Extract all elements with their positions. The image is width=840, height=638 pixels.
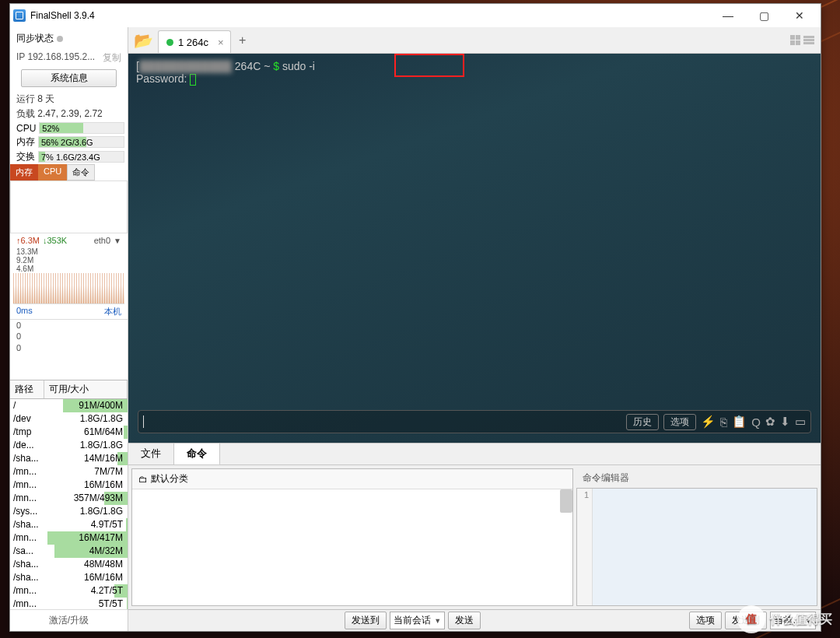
folder-icon: 🗀 (138, 474, 148, 485)
uptime: 运行 8 天 (10, 92, 128, 107)
disk-row[interactable]: /sys...1.8G/1.8G (10, 505, 128, 518)
disk-size: 14M/16M (44, 452, 128, 465)
copy-button[interactable]: 复制 (103, 51, 121, 65)
session-tab[interactable]: 1 264c × (158, 30, 231, 53)
disk-path: /sha... (10, 572, 44, 583)
ping-row: 0ms 本机 (10, 304, 128, 320)
bottom-pane: 🗀 默认分类 命令编辑器 1 (128, 464, 821, 609)
ping-host[interactable]: 本机 (104, 306, 121, 317)
editor-body[interactable] (593, 489, 817, 605)
history-button[interactable]: 历史 (626, 414, 659, 430)
dropdown-icon[interactable]: ▼ (114, 237, 121, 245)
disk-row[interactable]: /mn...7M/7M (10, 465, 128, 478)
mem-meter: 内存 56%2G/3.6G (10, 135, 128, 149)
minimize-button[interactable]: — (710, 4, 746, 27)
disk-size: 1.8G/1.8G (44, 439, 128, 452)
disk-row[interactable]: /de...1.8G/1.8G (10, 439, 128, 452)
disk-path: /mn... (10, 466, 44, 477)
send-to-button-1[interactable]: 发送到 (345, 612, 387, 629)
swap-meter: 交换 7%1.6G/23.4G (10, 149, 128, 164)
copy-icon[interactable]: ⎘ (720, 415, 727, 429)
disk-row[interactable]: /dev1.8G/1.8G (10, 412, 128, 426)
highlight-box (394, 54, 464, 77)
grid-view-icon[interactable] (790, 35, 800, 45)
command-editor[interactable]: 1 (576, 488, 817, 606)
tab-command[interactable]: 命令 (174, 443, 220, 465)
disk-col-size[interactable]: 可用/大小 (44, 380, 128, 398)
folder-icon[interactable]: 📂 (128, 27, 158, 53)
session-select-1[interactable]: 当前会话▼ (390, 612, 445, 629)
disk-row[interactable]: /sha...14M/16M (10, 452, 128, 465)
disk-size: 16M/417M (44, 531, 128, 545)
net-iface[interactable]: eth0 (94, 236, 110, 245)
monitor-graph (10, 181, 128, 233)
disk-size: 5T/5T (44, 598, 128, 609)
command-list-pane: 🗀 默认分类 (131, 468, 573, 606)
system-info-button[interactable]: 系统信息 (21, 69, 117, 87)
gear-icon[interactable]: ✿ (765, 415, 775, 429)
titlebar: FinalShell 3.9.4 — ▢ ✕ (10, 4, 821, 27)
terminal-input-bar: 历史 选项 ⚡ ⎘ 📋 Q ✿ ⬇ ▭ (138, 410, 811, 433)
disk-row[interactable]: /sa...4M/32M (10, 545, 128, 558)
app-window: FinalShell 3.9.4 — ▢ ✕ 同步状态 IP 192.168.1… (9, 3, 821, 632)
disk-path: /sa... (10, 545, 44, 556)
disk-row[interactable]: /tmp61M/64M (10, 426, 128, 439)
disk-path: /mn... (10, 598, 44, 609)
disk-row[interactable]: /sha...4.9T/5T (10, 518, 128, 531)
send-button[interactable]: 发送 (448, 612, 481, 629)
disk-size: 4M/32M (44, 545, 128, 558)
terminal[interactable]: [████████████ 264C ~ $ sudo -i Password:… (128, 54, 821, 443)
tab-close-icon[interactable]: × (218, 37, 224, 48)
disk-row[interactable]: /mn...4.2T/5T (10, 584, 128, 598)
disk-size: 4.2T/5T (44, 584, 128, 598)
activate-button[interactable]: 激活/升级 (10, 609, 128, 631)
list-view-icon[interactable] (803, 36, 814, 44)
default-category[interactable]: 🗀 默认分类 (132, 469, 572, 489)
tab-file[interactable]: 文件 (128, 443, 174, 464)
disk-row[interactable]: /91M/400M (10, 399, 128, 412)
disk-row[interactable]: /mn...16M/16M (10, 478, 128, 492)
disk-row[interactable]: /mn...5T/5T (10, 598, 128, 609)
ip-row: IP 192.168.195.2... 复制 (10, 50, 128, 66)
maximize-button[interactable]: ▢ (746, 4, 782, 27)
disk-size: 91M/400M (44, 399, 128, 412)
tab-cpu[interactable]: CPU (38, 164, 67, 181)
tab-cmd[interactable]: 命令 (67, 164, 95, 181)
disk-row[interactable]: /mn...16M/417M (10, 531, 128, 545)
bolt-icon[interactable]: ⚡ (701, 415, 716, 429)
mem-pct: 56% (39, 138, 61, 147)
fullscreen-icon[interactable]: ▭ (795, 415, 806, 429)
disk-list[interactable]: /91M/400M/dev1.8G/1.8G/tmp61M/64M/de...1… (10, 399, 128, 609)
terminal-input[interactable] (143, 411, 621, 433)
close-button[interactable]: ✕ (782, 4, 817, 27)
download-icon[interactable]: ⬇ (780, 415, 790, 429)
disk-col-path[interactable]: 路径 (10, 380, 44, 398)
cpu-pct: 52% (40, 124, 61, 133)
watermark-text: 什么值得买 (770, 612, 832, 628)
disk-size: 61M/64M (44, 426, 128, 439)
paste-icon[interactable]: 📋 (732, 415, 747, 429)
disk-path: /sha... (10, 519, 44, 530)
category-label: 默认分类 (151, 472, 188, 486)
prompt-line: [████████████ 264C ~ $ sudo -i (136, 60, 813, 72)
options-button[interactable]: 选项 (663, 414, 696, 430)
tab-mem[interactable]: 内存 (10, 164, 38, 181)
disk-row[interactable]: /mn...357M/493M (10, 492, 128, 505)
disk-row[interactable]: /sha...16M/16M (10, 571, 128, 584)
ip-text: IP 192.168.195.2... (16, 51, 95, 65)
add-tab-button[interactable]: + (231, 27, 254, 53)
sync-dot-icon (57, 36, 63, 42)
search-icon[interactable]: Q (751, 415, 761, 429)
footer-options-button[interactable]: 选项 (689, 612, 722, 629)
app-icon (13, 9, 26, 22)
disk-path: /mn... (10, 479, 44, 490)
disk-size: 1.8G/1.8G (44, 412, 128, 426)
cpu-meter: CPU 52% (10, 121, 128, 135)
ping-ms: 0ms (16, 306, 33, 317)
sync-label: 同步状态 (16, 32, 54, 45)
status-dot-icon (166, 39, 173, 46)
disk-row[interactable]: /sha...48M/48M (10, 558, 128, 571)
scrollbar[interactable] (560, 489, 572, 513)
watermark: 值 什么值得买 (737, 605, 832, 633)
disk-path: /mn... (10, 532, 44, 543)
